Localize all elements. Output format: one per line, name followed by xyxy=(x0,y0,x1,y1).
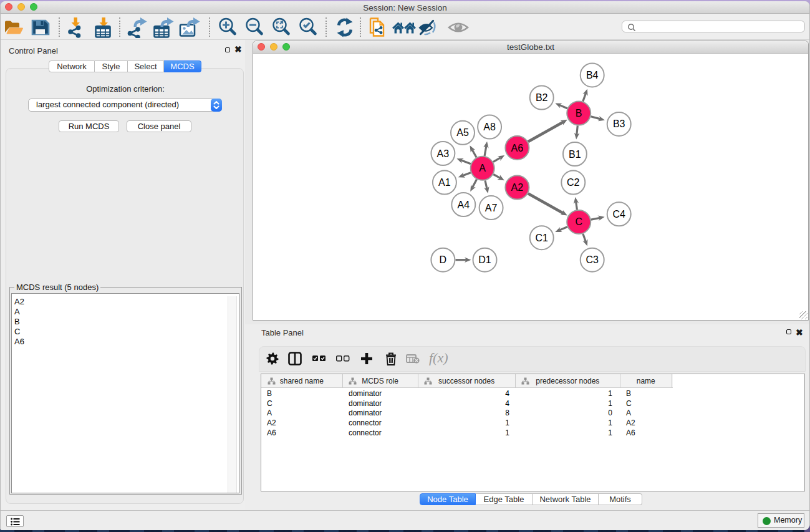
svg-text:A5: A5 xyxy=(456,127,469,138)
svg-text:C: C xyxy=(575,216,582,227)
svg-text:D1: D1 xyxy=(478,254,491,265)
svg-text:A2: A2 xyxy=(511,182,524,193)
svg-text:B3: B3 xyxy=(613,118,625,129)
svg-text:C1: C1 xyxy=(535,233,548,243)
svg-text:A3: A3 xyxy=(437,148,450,159)
svg-text:A: A xyxy=(479,163,486,173)
svg-text:C4: C4 xyxy=(612,209,625,220)
svg-text:B2: B2 xyxy=(536,92,548,103)
svg-text:A8: A8 xyxy=(483,122,496,132)
svg-text:A1: A1 xyxy=(438,177,451,188)
svg-text:B1: B1 xyxy=(569,149,581,160)
svg-text:A4: A4 xyxy=(458,200,470,210)
svg-text:D: D xyxy=(440,254,447,265)
svg-text:C2: C2 xyxy=(567,177,580,188)
svg-text:B4: B4 xyxy=(586,70,599,80)
svg-text:C3: C3 xyxy=(586,254,599,265)
svg-text:B: B xyxy=(576,108,582,118)
svg-text:A6: A6 xyxy=(511,143,524,153)
svg-text:A7: A7 xyxy=(485,203,498,213)
